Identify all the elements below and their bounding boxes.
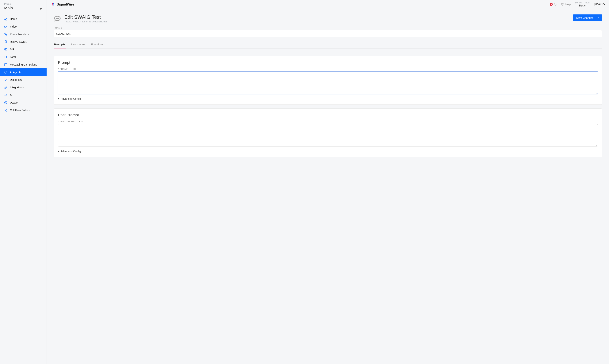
- notifications[interactable]: 9: [550, 2, 557, 6]
- help-link[interactable]: Help: [561, 3, 571, 6]
- sidebar-item-label: Messaging Campaigns: [10, 63, 37, 66]
- name-input[interactable]: [53, 30, 602, 37]
- cloud-icon: [4, 93, 7, 96]
- sidebar-item-label: Home: [10, 17, 17, 21]
- page-header: Edit SWAIG Test 7397f039-6261-46a5-9751-…: [53, 14, 602, 23]
- relay-icon: [4, 40, 7, 43]
- sidebar-item-phone-numbers[interactable]: Phone Numbers: [0, 30, 47, 38]
- home-icon: [4, 17, 7, 21]
- svg-rect-1: [5, 40, 6, 43]
- post-prompt-advanced-config-toggle[interactable]: ▶ Advanced Config: [58, 150, 598, 153]
- sidebar-item-label: Call Flow Builder: [10, 109, 30, 112]
- triangle-right-icon: ▶: [58, 150, 59, 152]
- sidebar-item-video[interactable]: Video: [0, 23, 47, 30]
- tier-value: Basic: [575, 4, 590, 7]
- post-prompt-text-input[interactable]: [58, 124, 598, 146]
- sidebar-item-relay[interactable]: Relay / SWML: [0, 38, 47, 46]
- sidebar-nav: Home Video Phone Numbers Relay / SWML SI…: [0, 15, 47, 114]
- brand-logo-icon: [51, 2, 55, 7]
- account-balance[interactable]: $159.55: [594, 3, 605, 6]
- advanced-config-label: Advanced Config: [61, 97, 81, 100]
- sidebar-item-integrations[interactable]: Integrations: [0, 84, 47, 91]
- sidebar-item-label: Dialogflow: [10, 78, 22, 81]
- sidebar-item-label: API: [10, 93, 14, 96]
- save-changes-button[interactable]: Save Changes ▼: [573, 14, 602, 21]
- sidebar-item-laml[interactable]: LāML: [0, 53, 47, 61]
- sidebar-item-label: AI Agents: [10, 71, 21, 74]
- svg-rect-0: [4, 26, 6, 27]
- code-icon: [4, 55, 7, 59]
- prompt-text-input[interactable]: [58, 72, 598, 94]
- support-tier[interactable]: SUPPORT TIER Basic: [575, 2, 590, 7]
- prompt-advanced-config-toggle[interactable]: ▶ Advanced Config: [58, 97, 598, 100]
- tab-label: Functions: [91, 43, 103, 46]
- triangle-right-icon: ▶: [58, 97, 59, 100]
- post-prompt-text-label: * POST PROMPT TEXT: [58, 120, 598, 123]
- prompt-card: Prompt * PROMPT TEXT ▶ Advanced Config: [53, 56, 602, 105]
- speech-bubble-icon: [53, 15, 61, 23]
- advanced-config-label: Advanced Config: [61, 150, 81, 153]
- prompt-card-title: Prompt: [58, 60, 598, 65]
- project-label: Project: [4, 3, 13, 5]
- svg-line-13: [5, 109, 5, 110]
- svg-point-8: [5, 79, 5, 79]
- sidebar-item-label: Video: [10, 25, 17, 28]
- chat-icon: [4, 71, 7, 74]
- sidebar-item-home[interactable]: Home: [0, 15, 47, 23]
- sidebar-item-label: SIP: [10, 48, 14, 51]
- sidebar-item-label: Phone Numbers: [10, 33, 29, 36]
- svg-point-18: [58, 18, 59, 19]
- brand-name: SignalWire: [57, 2, 74, 6]
- sidebar: Project Main ⇄ Home Video Phone Numbers …: [0, 0, 47, 364]
- link-icon: [4, 86, 7, 89]
- help-label: Help: [565, 3, 571, 6]
- brand[interactable]: SignalWire: [51, 2, 74, 7]
- svg-point-10: [5, 80, 6, 81]
- sidebar-item-call-flow[interactable]: Call Flow Builder: [0, 106, 47, 114]
- tab-label: Prompts: [54, 43, 66, 46]
- message-icon: [4, 63, 7, 66]
- video-icon: [4, 25, 7, 28]
- sidebar-item-ai-agents[interactable]: AI Agents: [0, 68, 47, 76]
- tab-label: Languages: [71, 43, 85, 46]
- sidebar-item-label: Relay / SWML: [10, 40, 27, 43]
- post-prompt-card: Post Prompt * POST PROMPT TEXT ▶ Advance…: [53, 108, 602, 157]
- name-field-label: * NAME: [53, 26, 602, 29]
- notification-count-badge: 9: [550, 3, 553, 6]
- tab-functions[interactable]: Functions: [91, 41, 104, 48]
- sidebar-item-label: LāML: [10, 55, 16, 59]
- project-name: Main: [4, 6, 13, 10]
- sidebar-item-api[interactable]: API: [0, 91, 47, 99]
- sip-icon: [4, 48, 7, 51]
- svg-point-16: [56, 18, 57, 19]
- sidebar-item-messaging[interactable]: Messaging Campaigns: [0, 61, 47, 68]
- svg-point-17: [57, 18, 58, 19]
- swap-icon[interactable]: ⇄: [40, 7, 42, 10]
- caret-down-icon: ▼: [597, 17, 599, 19]
- sidebar-item-label: Usage: [10, 101, 17, 104]
- project-selector[interactable]: Project Main ⇄: [0, 0, 47, 11]
- post-prompt-card-title: Post Prompt: [58, 113, 598, 117]
- tier-label: SUPPORT TIER: [575, 2, 590, 4]
- sidebar-item-usage[interactable]: Usage: [0, 99, 47, 106]
- sidebar-item-sip[interactable]: SIP: [0, 46, 47, 53]
- tabs: Prompts Languages Functions: [53, 41, 602, 49]
- bell-icon: [554, 2, 557, 6]
- prompt-text-label: * PROMPT TEXT: [58, 68, 598, 70]
- phone-icon: [4, 33, 7, 36]
- sidebar-item-dialogflow[interactable]: Dialogflow: [0, 76, 47, 84]
- tab-prompts[interactable]: Prompts: [53, 41, 66, 48]
- help-icon: [561, 3, 564, 6]
- sidebar-item-label: Integrations: [10, 86, 24, 89]
- tab-languages[interactable]: Languages: [71, 41, 86, 48]
- page-id: 7397f039-6261-46a5-9751-d9a93a832dc8: [64, 20, 107, 23]
- usage-icon: [4, 101, 7, 104]
- flow-icon: [4, 109, 7, 112]
- svg-point-9: [6, 79, 7, 79]
- dialogflow-icon: [4, 78, 7, 81]
- topbar: SignalWire 9 Help SUPPORT TIER Basic $15…: [47, 0, 609, 9]
- page-title: Edit SWAIG Test: [64, 14, 107, 20]
- save-button-label: Save Changes: [576, 16, 593, 19]
